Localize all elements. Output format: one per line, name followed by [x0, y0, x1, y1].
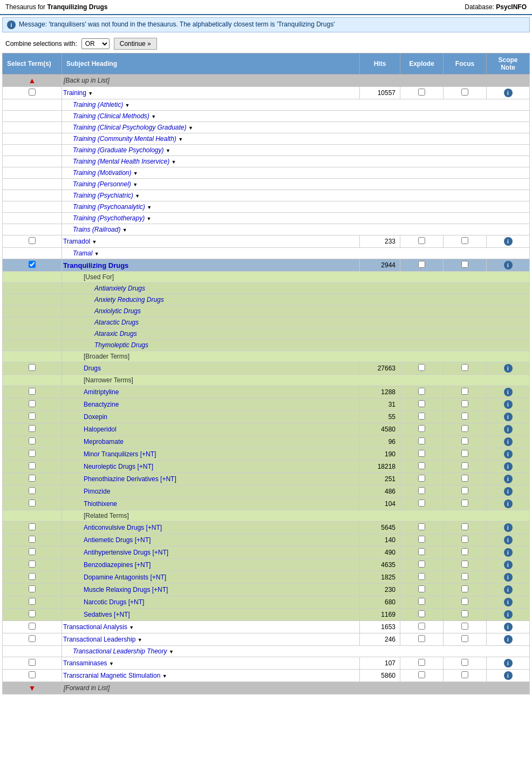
check-cell[interactable] — [3, 584, 62, 596]
scope-cell[interactable]: i — [487, 584, 530, 596]
select-checkbox[interactable] — [418, 425, 425, 432]
expand-triangle[interactable]: ▼ — [138, 637, 142, 643]
explode-cell[interactable] — [400, 87, 444, 99]
explode-cell[interactable] — [400, 571, 444, 584]
select-checkbox[interactable] — [29, 237, 36, 244]
focus-cell[interactable] — [444, 448, 487, 461]
select-checkbox[interactable] — [461, 598, 468, 605]
explode-cell[interactable] — [400, 534, 444, 547]
select-checkbox[interactable] — [461, 413, 468, 420]
select-checkbox[interactable] — [461, 462, 468, 469]
select-checkbox[interactable] — [418, 237, 425, 244]
scope-cell[interactable]: i — [487, 259, 530, 272]
scope-cell[interactable]: i — [487, 522, 530, 534]
check-cell[interactable] — [3, 559, 62, 571]
subterm-link[interactable]: Training (Psychotherapy) — [73, 214, 145, 222]
check-cell[interactable] — [3, 473, 62, 485]
focus-cell[interactable] — [444, 498, 487, 510]
scope-note-icon[interactable]: i — [504, 89, 513, 97]
select-checkbox[interactable] — [29, 523, 36, 530]
scope-note-icon[interactable]: i — [504, 623, 513, 631]
select-checkbox[interactable] — [418, 413, 425, 420]
check-cell[interactable] — [3, 547, 62, 559]
term-link[interactable]: Dopamine Antagonists [+NT] — [84, 574, 166, 581]
expand-triangle[interactable]: ▼ — [166, 148, 170, 153]
term-link[interactable]: Haloperidol — [84, 426, 117, 433]
check-cell[interactable] — [3, 609, 62, 621]
scope-note-icon[interactable]: i — [504, 548, 513, 557]
focus-cell[interactable] — [444, 534, 487, 547]
scope-cell[interactable]: i — [487, 534, 530, 547]
expand-triangle[interactable]: ▼ — [178, 137, 183, 142]
scope-cell[interactable]: i — [487, 596, 530, 609]
focus-cell[interactable] — [444, 386, 487, 399]
select-checkbox[interactable] — [29, 585, 36, 592]
focus-cell[interactable] — [444, 633, 487, 646]
scope-note-icon[interactable]: i — [504, 536, 513, 544]
select-checkbox[interactable] — [29, 659, 36, 666]
select-checkbox[interactable] — [418, 500, 425, 507]
subterm-link[interactable]: Training (Psychoanalytic) — [73, 203, 145, 211]
check-cell[interactable] — [3, 423, 62, 436]
scope-note-icon[interactable]: i — [504, 400, 513, 409]
scope-cell[interactable]: i — [487, 436, 530, 448]
select-checkbox[interactable] — [29, 561, 36, 568]
select-checkbox[interactable] — [29, 364, 36, 371]
explode-cell[interactable] — [400, 633, 444, 646]
select-checkbox[interactable] — [461, 500, 468, 507]
expand-triangle[interactable]: ▼ — [94, 251, 99, 257]
term-link[interactable]: Transactional Leadership — [63, 636, 135, 643]
expand-triangle[interactable]: ▼ — [92, 239, 97, 245]
select-checkbox[interactable] — [29, 261, 36, 268]
used-for-link[interactable]: Thymoleptic Drugs — [94, 341, 148, 349]
check-cell[interactable] — [3, 534, 62, 547]
term-link[interactable]: Tranquilizing Drugs — [63, 261, 128, 269]
explode-cell[interactable] — [400, 559, 444, 571]
subterm-link[interactable]: Training (Clinical Methods) — [73, 112, 149, 120]
expand-triangle[interactable]: ▼ — [125, 103, 129, 108]
select-checkbox[interactable] — [29, 437, 36, 444]
scope-note-icon[interactable]: i — [504, 413, 513, 421]
select-checkbox[interactable] — [418, 462, 425, 469]
term-link[interactable]: Transcranial Magnetic Stimulation — [63, 672, 160, 679]
term-link[interactable]: Amitriptyline — [84, 388, 119, 396]
expand-triangle[interactable]: ▼ — [169, 649, 174, 655]
check-cell[interactable] — [3, 386, 62, 399]
select-checkbox[interactable] — [418, 561, 425, 568]
subterm-link[interactable]: Training (Motivation) — [73, 169, 131, 177]
check-cell[interactable] — [3, 362, 62, 375]
explode-cell[interactable] — [400, 498, 444, 510]
select-checkbox[interactable] — [29, 388, 36, 395]
scope-note-icon[interactable]: i — [504, 523, 513, 532]
focus-cell[interactable] — [444, 559, 487, 571]
focus-cell[interactable] — [444, 547, 487, 559]
scope-cell[interactable]: i — [487, 423, 530, 436]
select-checkbox[interactable] — [461, 523, 468, 530]
check-cell[interactable] — [3, 399, 62, 411]
term-link[interactable]: Transaminases — [63, 659, 107, 667]
used-for-link[interactable]: Antianxiety Drugs — [94, 285, 145, 292]
explode-cell[interactable] — [400, 522, 444, 534]
select-checkbox[interactable] — [29, 671, 36, 678]
select-checkbox[interactable] — [418, 659, 425, 666]
explode-cell[interactable] — [400, 448, 444, 461]
select-checkbox[interactable] — [418, 536, 425, 543]
select-checkbox[interactable] — [461, 437, 468, 444]
scope-cell[interactable]: i — [487, 87, 530, 99]
explode-cell[interactable] — [400, 235, 444, 248]
focus-cell[interactable] — [444, 621, 487, 633]
select-checkbox[interactable] — [461, 573, 468, 580]
term-link[interactable]: Anticonvulsive Drugs [+NT] — [84, 524, 162, 531]
nav-top-row[interactable]: ▲ [Back up in List] — [3, 75, 530, 87]
check-cell[interactable] — [3, 485, 62, 498]
select-checkbox[interactable] — [29, 573, 36, 580]
select-checkbox[interactable] — [418, 585, 425, 592]
explode-cell[interactable] — [400, 485, 444, 498]
focus-cell[interactable] — [444, 399, 487, 411]
focus-cell[interactable] — [444, 596, 487, 609]
subterm-link[interactable]: Training (Mental Health Inservice) — [73, 158, 169, 165]
scope-cell[interactable]: i — [487, 571, 530, 584]
scope-note-icon[interactable]: i — [504, 598, 513, 606]
select-checkbox[interactable] — [418, 475, 425, 482]
subterm-link[interactable]: Tramal — [73, 249, 92, 257]
